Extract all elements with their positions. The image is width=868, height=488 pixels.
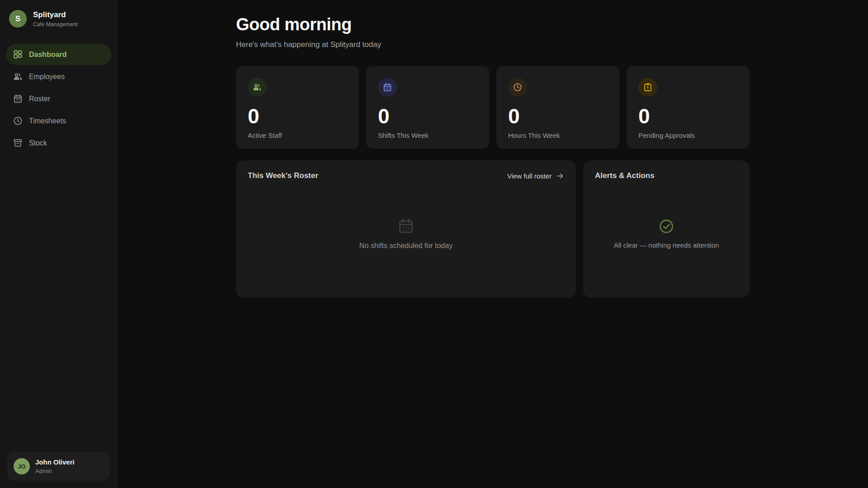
stat-card-approvals: 0 Pending Approvals bbox=[627, 66, 750, 149]
alerts-panel: Alerts & Actions All clear — nothing nee… bbox=[583, 160, 750, 297]
main-area: Good morning Here's what's happening at … bbox=[118, 0, 868, 297]
sidebar-item-stock[interactable]: Stock bbox=[6, 132, 111, 154]
panels-row: This Week's Roster View full roster bbox=[236, 160, 750, 297]
calendar-icon bbox=[378, 78, 397, 97]
sidebar: S Splityard Cafe Management Dashboard bbox=[0, 0, 118, 488]
stat-value: 0 bbox=[378, 106, 477, 127]
stat-label: Active Staff bbox=[248, 131, 347, 139]
brand-logo: S bbox=[9, 10, 27, 28]
user-card[interactable]: JO John Oliveri Admin bbox=[7, 452, 110, 481]
calendar-icon bbox=[13, 94, 23, 104]
sidebar-item-label: Employees bbox=[29, 73, 65, 81]
page-title: Good morning bbox=[236, 15, 750, 34]
sidebar-item-label: Stock bbox=[29, 139, 47, 147]
sidebar-item-dashboard[interactable]: Dashboard bbox=[6, 44, 111, 65]
sidebar-item-label: Dashboard bbox=[29, 51, 67, 59]
clock-icon bbox=[13, 116, 23, 126]
people-icon bbox=[248, 78, 267, 97]
sidebar-item-label: Roster bbox=[29, 95, 50, 103]
stat-label: Pending Approvals bbox=[638, 131, 738, 139]
stat-card-shifts: 0 Shifts This Week bbox=[366, 66, 489, 149]
archive-icon bbox=[13, 138, 23, 148]
calendar-icon bbox=[397, 217, 415, 235]
stat-value: 0 bbox=[248, 106, 347, 127]
stat-card-hours: 0 Hours This Week bbox=[496, 66, 619, 149]
dashboard-icon bbox=[13, 49, 23, 60]
stat-card-active-staff: 0 Active Staff bbox=[236, 66, 359, 149]
roster-panel: This Week's Roster View full roster bbox=[236, 160, 576, 297]
avatar: JO bbox=[14, 458, 30, 474]
stats-row: 0 Active Staff 0 bbox=[236, 66, 750, 149]
roster-empty-text: No shifts scheduled for today bbox=[359, 242, 453, 250]
page-subtitle: Here's what's happening at Splityard tod… bbox=[236, 40, 750, 49]
clock-icon bbox=[508, 78, 527, 97]
stat-value: 0 bbox=[638, 106, 738, 127]
arrow-right-icon bbox=[556, 172, 564, 180]
alerts-empty-text: All clear — nothing needs attention bbox=[614, 241, 719, 249]
sidebar-spacer bbox=[0, 154, 117, 452]
people-icon bbox=[13, 71, 23, 82]
sidebar-item-timesheets[interactable]: Timesheets bbox=[6, 110, 111, 131]
stat-label: Shifts This Week bbox=[378, 131, 477, 139]
brand-subtitle: Cafe Management bbox=[33, 21, 78, 28]
sidebar-item-roster[interactable]: Roster bbox=[6, 88, 111, 109]
sidebar-nav: Dashboard Employees bbox=[0, 44, 117, 154]
brand-name: Splityard bbox=[33, 10, 78, 19]
view-full-roster-link[interactable]: View full roster bbox=[507, 172, 564, 180]
sidebar-item-label: Timesheets bbox=[29, 117, 66, 125]
view-full-roster-label: View full roster bbox=[507, 172, 552, 180]
user-role: Admin bbox=[35, 468, 75, 474]
sidebar-item-employees[interactable]: Employees bbox=[6, 66, 111, 87]
check-circle-icon bbox=[658, 218, 675, 235]
stat-value: 0 bbox=[508, 106, 608, 127]
alerts-panel-title: Alerts & Actions bbox=[595, 171, 655, 180]
user-name: John Oliveri bbox=[35, 458, 75, 466]
roster-panel-title: This Week's Roster bbox=[248, 171, 318, 180]
stat-label: Hours This Week bbox=[508, 131, 608, 139]
brand: S Splityard Cafe Management bbox=[0, 0, 117, 28]
clipboard-alert-icon bbox=[638, 78, 657, 97]
